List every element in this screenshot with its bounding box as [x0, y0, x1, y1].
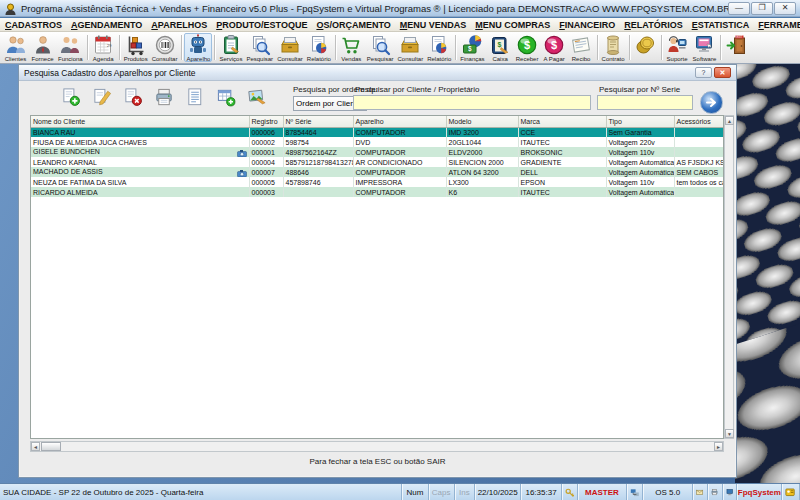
- column-header[interactable]: Acessórios: [674, 116, 723, 127]
- table-row[interactable]: RICARDO ALMEIDA000003COMPUTADORK6ITAUTEC…: [31, 187, 723, 197]
- menu-item-agendamento[interactable]: AGENDAMENTO: [71, 20, 142, 30]
- toolbar-button-recibo[interactable]: Recibo: [568, 33, 595, 62]
- scroll-up-icon[interactable]: ▲: [725, 116, 734, 125]
- toolbar-button-fornece[interactable]: Fornece: [29, 33, 56, 62]
- delete-record-button[interactable]: [121, 84, 145, 110]
- scroll-down-icon[interactable]: ▼: [725, 429, 734, 438]
- toolbar-button-contrato[interactable]: Contrato: [600, 33, 627, 62]
- menu-item-relat-rios[interactable]: RELATÓRIOS: [624, 20, 682, 30]
- cell-acessorios: [674, 187, 723, 197]
- cell-tipo: Voltagem Automática: [606, 187, 674, 197]
- search-go-button[interactable]: [700, 91, 723, 114]
- column-header[interactable]: Tipo: [606, 116, 674, 127]
- scroll-right-icon[interactable]: ►: [714, 442, 723, 451]
- toolbar-button-aparelho[interactable]: Aparelho: [184, 33, 212, 62]
- menu-item-financeiro[interactable]: FINANCEIRO: [559, 20, 615, 30]
- cell-tipo: Voltagem 220v: [606, 137, 674, 147]
- toolbar-button-software[interactable]: Software: [691, 33, 719, 62]
- toolbar-button-clientes[interactable]: Clientes: [2, 33, 29, 62]
- toolbar-button-vendas[interactable]: Vendas: [338, 33, 365, 62]
- table-row[interactable]: GISELE BUNDCHEN00000148987562164ZZCOMPUT…: [31, 147, 723, 157]
- menu-item-menu-vendas[interactable]: MENU VENDAS: [400, 20, 467, 30]
- grid-add-icon: [216, 87, 237, 108]
- table-row[interactable]: NEUZA DE FATIMA DA SILVA000005457898746I…: [31, 177, 723, 187]
- table-row[interactable]: MACHADO DE ASSIS000007488646COMPUTADORAT…: [31, 167, 723, 177]
- column-header[interactable]: Aparelho: [353, 116, 446, 127]
- scrollbar-thumb[interactable]: [41, 442, 61, 451]
- toolbar-button-relat-rio[interactable]: Relatório: [305, 33, 333, 62]
- toolbar-button-funciona[interactable]: Funciona: [56, 33, 85, 62]
- svg-text:$: $: [524, 39, 530, 51]
- toolbar-button-pesquisar[interactable]: Pesquisar: [365, 33, 396, 62]
- toolbar-button-produtos[interactable]: Produtos: [122, 33, 150, 62]
- toolbar-button-pesquisar[interactable]: Pesquisar: [244, 33, 275, 62]
- report-doc-button[interactable]: [183, 84, 207, 110]
- support-icon: [666, 34, 688, 56]
- maximize-button[interactable]: ❐: [751, 2, 773, 15]
- window-title: Programa Assistência Técnica + Vendas + …: [21, 3, 728, 14]
- cell-serie: 598754: [283, 137, 353, 147]
- cell-serie: 58579121879841327897T: [283, 157, 353, 167]
- grid-add-button[interactable]: [214, 84, 238, 110]
- client-search-label: Pesquisar por Cliente / Proprietário: [355, 85, 480, 94]
- panel-close-button[interactable]: ✕: [714, 67, 731, 78]
- toolbar-button-receber[interactable]: $Receber: [514, 33, 541, 62]
- edit-record-icon: [92, 87, 113, 108]
- panel-help-button[interactable]: ?: [695, 67, 712, 78]
- toolbar-button-consultar[interactable]: Consultar: [150, 33, 180, 62]
- status-caps: Caps: [429, 484, 455, 500]
- menu-item-produto-estoque[interactable]: PRODUTO/ESTOQUE: [216, 20, 307, 30]
- serial-search-input[interactable]: [597, 95, 693, 110]
- desktop-wallpaper-ellipses: [735, 64, 800, 483]
- scroll-left-icon[interactable]: ◄: [31, 442, 40, 451]
- edit-record-button[interactable]: [90, 84, 114, 110]
- horizontal-scrollbar[interactable]: ◄ ►: [30, 441, 724, 452]
- toolbar-button-agenda[interactable]: 29Agenda: [90, 33, 117, 62]
- add-record-icon: [61, 87, 82, 108]
- menu-item-ferramentas[interactable]: FERRAMENTAS: [758, 20, 800, 30]
- close-button[interactable]: ✕: [774, 2, 796, 15]
- app-icon: [4, 2, 17, 15]
- client-search-input[interactable]: [353, 95, 591, 110]
- column-header[interactable]: Nº Série: [283, 116, 353, 127]
- column-header[interactable]: Registro: [249, 116, 283, 127]
- toolbar-button-servi-os[interactable]: Serviços: [217, 33, 244, 62]
- toolbar-button-finan-as[interactable]: $Finanças: [458, 33, 486, 62]
- cell-nome: BIANCA RAU: [31, 127, 249, 137]
- print-icon: [154, 87, 175, 108]
- pie-report-icon: [308, 34, 330, 56]
- cell-marca: ITAUTEC: [518, 187, 606, 197]
- column-header[interactable]: Marca: [518, 116, 606, 127]
- toolbar-button-coin[interactable]: [632, 33, 659, 62]
- export-image-button[interactable]: [245, 84, 269, 110]
- vertical-scrollbar[interactable]: ▲ ▼: [724, 115, 734, 439]
- menu-item-cadastros[interactable]: CADASTROS: [5, 20, 62, 30]
- cell-tipo: Voltagem 110v: [606, 147, 674, 157]
- svg-text:$: $: [551, 39, 557, 51]
- finance-pie-icon: $: [461, 34, 483, 56]
- toolbar-button-exit-door[interactable]: EXIT: [723, 33, 750, 62]
- toolbar-button-caixa[interactable]: $Caixa: [487, 33, 514, 62]
- column-header[interactable]: Modelo: [446, 116, 518, 127]
- cell-registro: 000001: [249, 147, 283, 157]
- toolbar-button-relat-rio[interactable]: Relatório: [425, 33, 453, 62]
- toolbar-button-consultar[interactable]: Consultar: [275, 33, 305, 62]
- print-button[interactable]: [152, 84, 176, 110]
- menu-item-os-or-amento[interactable]: OS/ORÇAMENTO: [316, 20, 390, 30]
- menu-item-menu-compras[interactable]: MENU COMPRAS: [475, 20, 550, 30]
- toolbar-button-a-pagar[interactable]: $A Pagar: [541, 33, 568, 62]
- main-toolbar: ClientesForneceFunciona29AgendaProdutosC…: [0, 32, 800, 64]
- add-record-button[interactable]: [59, 84, 83, 110]
- cell-aparelho: AR CONDICIONADO: [353, 157, 446, 167]
- minimize-button[interactable]: —: [728, 2, 750, 15]
- toolbar-button-suporte[interactable]: Suporte: [664, 33, 691, 62]
- main-titlebar: Programa Assistência Técnica + Vendas + …: [0, 0, 800, 17]
- table-row[interactable]: LEANDRO KARNAL00000458579121879841327897…: [31, 157, 723, 167]
- table-row[interactable]: FIUSA DE ALMEIDA JUCA CHAVES000002598754…: [31, 137, 723, 147]
- menu-item-aparelhos[interactable]: APARELHOS: [151, 20, 207, 30]
- menu-item-estatistica[interactable]: ESTATISTICA: [692, 20, 750, 30]
- cell-tipo: Voltagem Automática: [606, 157, 674, 167]
- column-header[interactable]: Nome do Cliente: [31, 116, 249, 127]
- table-row[interactable]: BIANCA RAU00000687854464COMPUTADORIMD 32…: [31, 127, 723, 137]
- toolbar-button-consultar[interactable]: Consultar: [396, 33, 426, 62]
